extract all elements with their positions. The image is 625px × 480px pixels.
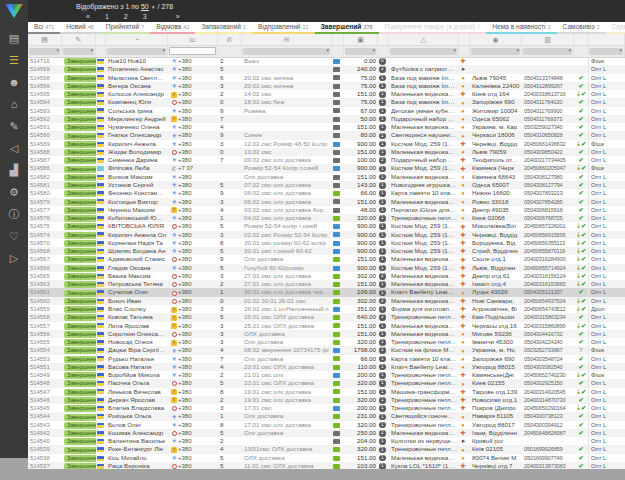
table-row[interactable]: 514565 Завершений Баюка Максим +380 3 27… <box>28 272 625 280</box>
column-header-qty[interactable]: ✆ <box>218 34 242 45</box>
filter-dropdown-status[interactable] <box>63 48 94 55</box>
filter-dropdown-comment[interactable] <box>243 48 330 55</box>
column-header-phone[interactable]: ☏ <box>168 34 218 45</box>
table-row[interactable]: 514594 Завершений Компанец Юля +380 0 18… <box>28 98 625 106</box>
tab-Повернення товару (в дорозі)[interactable]: Повернення товару (в дорозі)0 <box>379 22 487 34</box>
table-row[interactable]: 514549 Завершений Воробйов Микола ✳+380 … <box>28 371 625 379</box>
sidebar-item-products-icon[interactable]: ✎ <box>0 115 28 137</box>
table-row[interactable]: 514580 Завершений Фесенко Константин ✳+3… <box>28 189 625 197</box>
table-row[interactable]: 514546 Завершений Деркач Ярослав т+380 2… <box>28 396 625 404</box>
table-row[interactable]: 514540 Завершений Валентина Василье ✳+38… <box>28 437 625 445</box>
column-header-pay[interactable] <box>332 34 344 45</box>
filter-dropdown-price[interactable] <box>345 48 376 55</box>
sidebar-item-clients-icon[interactable]: ☻ <box>0 71 28 93</box>
table-row[interactable]: 514593 Завершений Сольська Ірина ✳+380 9… <box>28 107 625 115</box>
filter-dropdown-name[interactable] <box>107 48 166 55</box>
column-header-name[interactable]: ◔ <box>106 34 168 45</box>
column-header-check[interactable] <box>574 34 588 45</box>
table-row[interactable]: 514538 Завершений Кісь Михайло ✳+380 5 О… <box>28 454 625 462</box>
per-page-dropdown[interactable]: 50 <box>141 3 149 10</box>
table-row[interactable]: 514599 Завершений Потапенко Анастас ✳+38… <box>28 65 625 73</box>
column-header-id[interactable]: ▤ <box>28 34 62 45</box>
table-row[interactable]: 514537 Завершений Раца Вероніка +380 5 1… <box>28 462 625 469</box>
table-row[interactable]: 514560 Завершений Бокоч Иван +380 0 02.0… <box>28 297 625 305</box>
table-row[interactable]: 514582 Завершений Волков Максим ✳+380 Ол… <box>28 173 625 181</box>
table-row[interactable]: 514575 Завершений КВІТОВСЬКА ЮЛІЯ +380 5… <box>28 222 625 230</box>
table-row[interactable]: 514544 Завершений Рокіцька Ольга ✳+380 1… <box>28 412 625 420</box>
table-row[interactable]: 514577 Завершений Черниш Максим т+380 4 … <box>28 206 625 214</box>
table-row[interactable]: 514556 Завершений Сироткин Олександр +38… <box>28 330 625 338</box>
sidebar-item-dashboard-icon[interactable]: ▤ <box>0 27 28 49</box>
table-row[interactable]: 514586 Завершений Філіпова Люба ✆+7 07 Р… <box>28 164 625 172</box>
page-button[interactable]: 2 <box>124 13 129 20</box>
column-header-pcount[interactable] <box>378 34 389 45</box>
tab-Самовивіз[interactable]: Самовивіз2 <box>557 22 606 34</box>
table-row[interactable]: 514566 Завершений Гладик Оксана ✳+380 5 … <box>28 264 625 272</box>
tab-Сервіси[interactable]: Сервіси0 <box>606 22 625 34</box>
table-row[interactable]: 514590 Завершений Гнатюк Олександр ✳+380… <box>28 131 625 139</box>
table-row[interactable]: 514557 Завершений Лила Ярослав т+380 3 2… <box>28 322 625 330</box>
tab-Запакований[interactable]: Запакований1 <box>195 22 252 34</box>
table-row[interactable]: 514574 Завершений Кирилич Анжела Ол ✳+38… <box>28 231 625 239</box>
table-row[interactable]: 514598 Завершений Малютина Светлана ✳+38… <box>28 74 625 82</box>
filter-dropdown-city[interactable] <box>471 48 520 55</box>
column-header-flag[interactable] <box>96 34 106 45</box>
column-header-source[interactable] <box>588 34 625 45</box>
page-button[interactable]: 1 <box>105 13 110 20</box>
table-row[interactable]: 514570 Завершений Корнелюк Надія Та ✳+38… <box>28 239 625 247</box>
sidebar-item-settings-icon[interactable]: ⚙ <box>0 181 28 203</box>
table-row[interactable]: 514568 Завершений Шумляс Богдана Ан ✳+38… <box>28 247 625 255</box>
table-row[interactable]: 514595 Завершений Колосок Александр т+38… <box>28 90 625 98</box>
sidebar-item-marketing-icon[interactable]: ◁ <box>0 137 28 159</box>
column-header-price[interactable]: ▣ <box>344 34 378 45</box>
table-row[interactable]: 514558 Завершений Ковпак Татьяна т+380 5… <box>28 313 625 321</box>
sidebar-item-video-icon[interactable]: ▷ <box>0 247 28 269</box>
table-row[interactable]: 514548 Завершений Пасічна Ольга +380 5 2… <box>28 379 625 387</box>
table-row[interactable]: 514553 Завершений Рудько Наталья ✳+380 7… <box>28 355 625 363</box>
table-row[interactable]: 514591 Завершений Чумаченко Олена ✳+380 … <box>28 123 625 131</box>
sidebar-item-shop-icon[interactable]: ⌂ <box>0 93 28 115</box>
last-page-icon[interactable]: » <box>176 13 181 20</box>
app-logo[interactable] <box>4 3 24 19</box>
table-row[interactable]: 514551 Завершений Басова Наталя ✳+380 4 … <box>28 363 625 371</box>
sidebar-item-security-icon[interactable]: ♡ <box>0 225 28 247</box>
table-row[interactable]: 514559 Завершений Влас Слотюу т+380 3 26… <box>28 305 625 313</box>
filter-dropdown-source[interactable] <box>589 48 623 55</box>
sidebar-item-info-icon[interactable]: ⓘ <box>0 203 28 225</box>
table-row[interactable]: 514579 Завершений Костицын Виктор ✳+380 … <box>28 198 625 206</box>
table-row[interactable]: 514561 Завершений Сучилов Олег +380 1 30… <box>28 288 625 296</box>
table-row[interactable]: 514567 Завершений Адамовский Станис +380… <box>28 255 625 263</box>
column-header-product[interactable]: △ <box>389 34 459 45</box>
column-header-carrier[interactable] <box>459 34 470 45</box>
column-header-city[interactable]: ◉ <box>470 34 522 45</box>
table-row[interactable]: 514539 Завершений Роке-Бетанкурт Лін т+3… <box>28 445 625 453</box>
table-row[interactable]: 514547 Завершений Линьков Вячеслав т+380… <box>28 388 625 396</box>
table-row[interactable]: 514587 Завершений Семенюк Дарина ✳+380 7… <box>28 156 625 164</box>
table-row[interactable]: 514592 Завершений Мерклингер Андрей т+38… <box>28 115 625 123</box>
tab-Всі[interactable]: Всі471 <box>28 22 60 34</box>
filter-dropdown-ttn[interactable] <box>523 48 572 55</box>
column-header-status[interactable]: ✎ <box>62 34 96 45</box>
table-row[interactable]: 514555 Завершений Новосад Олеся т+380 3 … <box>28 338 625 346</box>
table-row[interactable]: 514589 Завершений Кирилич Анжела ✳+380 3… <box>28 140 625 148</box>
table-row[interactable]: 514588 Завершений Жидак Володимир +380 0… <box>28 148 625 156</box>
table-row[interactable]: 514563 Завершений Петровська Тетяна +380… <box>28 280 625 288</box>
tab-Нема в наявності[interactable]: Нема в наявності1 <box>486 22 556 34</box>
table-row[interactable]: 514545 Завершений Благіна Владіслава +38… <box>28 404 625 412</box>
tab-Відмова[interactable]: Відмова42 <box>150 22 195 34</box>
sidebar-item-orders-icon[interactable]: ☰ <box>0 49 28 71</box>
first-page-icon[interactable]: « <box>86 13 91 20</box>
tab-Новий[interactable]: Новий48 <box>60 22 99 34</box>
table-row[interactable]: 514542 Завершений Кошмак Александр +380 … <box>28 429 625 437</box>
table-row[interactable]: 514581 Завершений Устинов Сергей ✳+380 5… <box>28 181 625 189</box>
column-header-comment[interactable]: ✉ <box>242 34 332 45</box>
sidebar-item-stats-icon[interactable]: ▟ <box>0 159 28 181</box>
table-row[interactable]: 514716 Завершений Нов10 Нов10 ✳+380 2 Вы… <box>28 57 625 65</box>
table-row[interactable]: 514576 Завершений Кобилинський Юрий ✳+38… <box>28 214 625 222</box>
filter-dropdown-id[interactable] <box>29 48 60 55</box>
page-button[interactable]: 3 <box>143 13 148 20</box>
filter-input-phone[interactable] <box>169 47 216 55</box>
chevron-down-icon[interactable]: ▼ <box>151 4 156 10</box>
table-row[interactable]: 514596 Завершений Вегера Оксана ✳+380 3 … <box>28 82 625 90</box>
column-header-ttn[interactable]: ▥ <box>522 34 574 45</box>
